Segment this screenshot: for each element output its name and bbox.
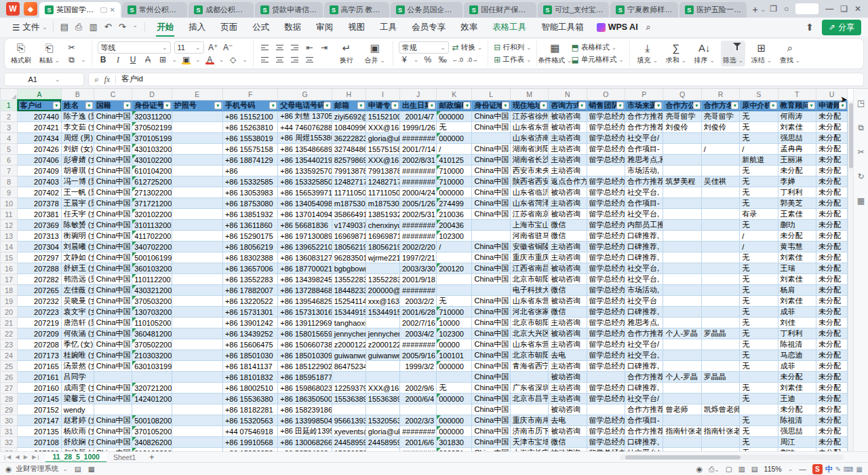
cell[interactable]: 000000 <box>437 133 472 144</box>
cell[interactable]: 000000 <box>437 111 472 122</box>
cell[interactable]: 340702200202202520 <box>132 242 172 252</box>
header-cell[interactable]: 原中介机▾ <box>740 100 778 111</box>
cell[interactable]: 32010220020531242X <box>132 209 172 220</box>
cell[interactable]: 留学总经办 <box>587 307 625 318</box>
row-number-29[interactable]: 29 <box>1 404 18 415</box>
cell[interactable]: 未分配 <box>816 328 847 339</box>
cell[interactable]: China中国 <box>94 263 132 274</box>
cell[interactable]: China中国 <box>472 274 510 285</box>
cell[interactable]: 825798695 <box>332 155 366 166</box>
column-header-C[interactable]: C <box>94 89 132 100</box>
bold-button[interactable]: B <box>98 54 109 65</box>
cell[interactable]: 未分配 <box>816 166 847 176</box>
cell[interactable]: XXX@163. <box>366 383 399 394</box>
cell[interactable]: 丁利利 <box>778 187 816 198</box>
cell[interactable] <box>663 296 701 307</box>
cell[interactable]: 被动咨询 <box>549 209 587 220</box>
cell[interactable]: 370503200302020020 <box>132 296 172 307</box>
cell[interactable]: 未分配 <box>816 176 847 187</box>
cell[interactable]: +86 1396522100 <box>278 242 332 252</box>
cell[interactable]: 2000/4/24 <box>399 187 436 198</box>
underline-button[interactable]: U <box>127 54 139 65</box>
cell[interactable] <box>172 307 222 318</box>
cell[interactable]: 未分配 <box>778 404 816 415</box>
cell[interactable]: 320311200104077915 <box>132 111 172 122</box>
clear-format-button[interactable]: ◇ <box>227 54 239 65</box>
layout-grid-icon[interactable]: ▦ <box>857 196 865 206</box>
cell[interactable]: 500106199702210321 <box>132 252 172 263</box>
cell[interactable]: 微信 <box>549 437 587 448</box>
ime-board-icon[interactable]: ▦ <box>856 466 863 473</box>
cell[interactable]: +86 18501030 <box>222 350 277 361</box>
cell[interactable]: 799138782 <box>332 166 366 176</box>
cell[interactable] <box>132 372 172 383</box>
row-number-33[interactable]: 33 <box>1 448 18 452</box>
cell[interactable]: 10000 <box>437 318 472 328</box>
cell[interactable]: 610104200212213421 <box>132 166 172 176</box>
column-header-L[interactable]: L <box>472 89 510 100</box>
cell[interactable]: China中国 <box>472 176 510 187</box>
cell[interactable] <box>663 437 701 448</box>
cell[interactable]: 青海省西宁 <box>510 361 548 372</box>
cell[interactable]: China中国 <box>472 166 510 176</box>
cell[interactable]: 去电 <box>549 350 587 361</box>
cell[interactable]: 358664913 <box>332 209 366 220</box>
cell[interactable]: 无 <box>740 220 778 231</box>
cell[interactable]: 未分配 <box>816 372 847 383</box>
cell[interactable]: 153449155 <box>332 307 366 318</box>
cell[interactable]: 刘素佳 <box>778 122 816 133</box>
cell[interactable]: 刘素佳 <box>778 252 816 263</box>
file-tab[interactable]: S成都公积金.xlsx <box>189 2 254 18</box>
cell[interactable]: 主动咨询 <box>549 198 587 209</box>
cell[interactable] <box>172 296 222 307</box>
column-header-M[interactable]: M <box>510 89 548 100</box>
cell[interactable]: 无 <box>740 111 778 122</box>
cell[interactable]: +86 15320563 <box>222 415 277 426</box>
cell[interactable]: 孟冉冉 <box>778 144 816 155</box>
cell[interactable] <box>94 404 132 415</box>
cell[interactable]: 江西省南昌 <box>510 263 548 274</box>
cell[interactable]: 630103199903020823 <box>132 361 172 372</box>
cell[interactable]: China中国 <box>94 285 132 296</box>
cell[interactable] <box>172 339 222 350</box>
cell[interactable]: 去电 <box>549 415 587 426</box>
cell[interactable] <box>740 404 778 415</box>
排序-button[interactable]: A↓排序 ⌄ <box>692 41 717 66</box>
cell[interactable]: 李文茹 (女 <box>61 122 94 133</box>
cell[interactable] <box>399 404 436 415</box>
cell[interactable]: gloria@uk <box>366 133 399 144</box>
cell[interactable] <box>172 415 222 426</box>
cell[interactable]: 864752343 <box>332 361 366 372</box>
cell[interactable]: 主动咨询 <box>549 166 587 176</box>
sheet-nav-arrows[interactable]: |◀ ◀ ▶ ▶| <box>4 454 40 460</box>
cell[interactable]: China中国 <box>94 383 132 394</box>
cell[interactable]: 200436 <box>437 220 472 231</box>
cell[interactable]: 未分配 <box>816 426 847 437</box>
cell[interactable]: 衡琬明 (女 <box>61 231 94 242</box>
cell[interactable]: 151521001 <box>366 111 399 122</box>
cell[interactable]: China中国 <box>94 426 132 437</box>
cell[interactable]: 370105199411221118 <box>132 133 172 144</box>
cell[interactable]: 济南市历下 <box>510 426 548 437</box>
cell[interactable]: 无 <box>740 415 778 426</box>
cell[interactable] <box>437 404 472 415</box>
cell[interactable]: 无 <box>437 296 472 307</box>
filter-dropdown-icon[interactable]: ▾ <box>323 102 331 109</box>
cell[interactable]: China中国 <box>472 187 510 198</box>
cell[interactable]: 社交平台, <box>625 350 663 361</box>
add-sheet-button[interactable]: + <box>144 453 159 462</box>
cell[interactable]: +86 1877000215 <box>278 263 332 274</box>
header-cell[interactable]: 手机号码▾ <box>222 100 277 111</box>
cell[interactable]: 2005/9/16 <box>399 350 436 361</box>
file-tab[interactable]: S高学历 教授.xlsx <box>324 2 389 18</box>
filter-dropdown-icon[interactable]: ▾ <box>540 102 547 109</box>
cell[interactable] <box>172 242 222 252</box>
cell[interactable]: 上海市长宁 <box>510 448 548 452</box>
number-format-select[interactable]: 常规⌄ <box>399 41 449 54</box>
header-cell[interactable]: 市场来源▾ <box>625 100 663 111</box>
cell[interactable]: +86 13544021988 <box>278 155 332 166</box>
cell[interactable] <box>701 383 739 394</box>
cell[interactable]: China中国 <box>472 263 510 274</box>
cell[interactable]: 210303200509160922 <box>132 350 172 361</box>
cell[interactable]: 未分配 <box>816 133 847 144</box>
